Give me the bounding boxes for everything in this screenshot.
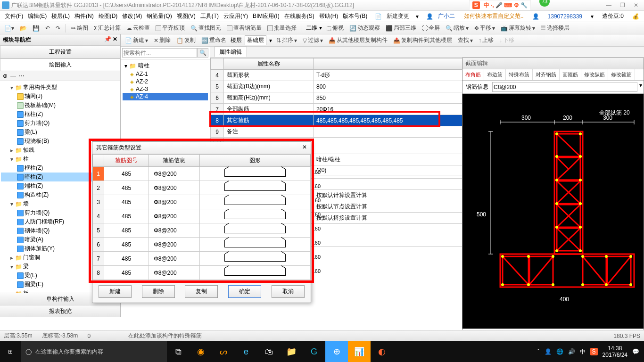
taskbar-app-4[interactable]: ⊕ (325, 341, 348, 362)
component-item[interactable]: ◈ AZ-2 (123, 78, 208, 85)
tool-viewrebar[interactable]: 查看钢筋量 (225, 23, 263, 33)
tray-sogou-icon[interactable]: S (590, 348, 598, 355)
col-stirrup-code[interactable]: 箍筋图号 (104, 155, 149, 167)
tree-item[interactable]: 框柱(Z) (1, 110, 119, 119)
tray-ime[interactable]: 中 (580, 348, 586, 356)
menu-component[interactable]: 构件(N) (73, 11, 96, 21)
tree-item[interactable]: ▾📁 常用构件类型 (1, 83, 119, 92)
tool-zoom[interactable]: 🔍 缩放 ▾ (444, 23, 470, 33)
btn-filter[interactable]: ▽ 过滤 ▾ (301, 35, 324, 45)
section-tab-modlong[interactable]: 修改纵筋 (581, 69, 608, 80)
dialog-new-button[interactable]: 新建 (99, 285, 132, 298)
section-tab-corner[interactable]: 布角筋 (462, 69, 484, 80)
tool-open-icon[interactable]: 📂 (18, 24, 28, 33)
dialog-close-button[interactable]: ✕ (302, 144, 307, 152)
stirrup-row[interactable]: 2485Φ8@200160 (93, 181, 311, 195)
taskbar-app-2[interactable]: ᔕ (212, 341, 235, 362)
tray-network-icon[interactable]: 🌐 (556, 348, 563, 355)
tray-people-icon[interactable]: 👤 (545, 348, 552, 355)
stirrup-row[interactable]: 5485Φ8@200160 (93, 223, 311, 238)
tab-project-settings[interactable]: 工程设置 (0, 46, 120, 58)
taskbar-app-1[interactable]: ◉ (190, 341, 212, 362)
stirrup-row[interactable]: 1485Φ8@200160 (93, 167, 311, 181)
menu-rebar[interactable]: 钢筋量(Q) (145, 11, 173, 21)
dialog-ok-button[interactable]: 确定 (228, 285, 261, 298)
tree-item[interactable]: 筏板基础(M) (1, 101, 119, 110)
system-tray[interactable]: ˄ 👤 🌐 🔊 中 S 14:38 2017/6/24 💬 (532, 345, 644, 359)
taskbar-app-6[interactable]: ◐ (371, 341, 393, 362)
menu-draw[interactable]: 绘图(D) (97, 11, 120, 21)
taskbar-app-5[interactable]: 📊 (348, 341, 371, 362)
tool-batchsel[interactable]: 批量选择 (266, 23, 298, 33)
menu-online[interactable]: 在线服务(S) (282, 11, 316, 21)
tool-pan[interactable]: ✥ 平移 ▾ (473, 23, 496, 33)
view-mode-combo[interactable]: 二维 ▾ (306, 24, 322, 32)
current-user[interactable]: 广小二 (436, 11, 457, 21)
btn-rename[interactable]: 🔤 重命名 (200, 35, 228, 45)
tool-find[interactable]: 🔍 查找图元 (189, 23, 223, 33)
tool-selfloor[interactable]: ☰ 选择楼层 (539, 23, 571, 33)
tray-up-icon[interactable]: ˄ (537, 348, 540, 355)
rebar-info-input[interactable] (492, 82, 637, 92)
tool-draw[interactable]: ✏ 绘图 (70, 23, 90, 33)
menu-file[interactable]: 文件(F) (3, 11, 25, 21)
stirrup-row[interactable]: 7485Φ8@200160 (93, 252, 311, 266)
tree-item[interactable]: 剪力墙(Q) (1, 119, 119, 128)
tool-screenrot[interactable]: 📺 屏幕旋转 ▾ (499, 23, 537, 33)
btn-copyto[interactable]: 📤 复制构件到其他楼层 (392, 35, 454, 45)
nav-pin-icon[interactable]: 📌 ✕ (104, 36, 117, 44)
menu-floor[interactable]: 楼层(L) (50, 11, 72, 21)
menu-version[interactable]: 版本号(B) (341, 11, 369, 21)
tool-save-icon[interactable]: 💾 (31, 24, 41, 33)
btn-copyfrom[interactable]: 📥 从其他楼层复制构件 (327, 35, 389, 45)
tree-item[interactable]: 梁(L) (1, 128, 119, 137)
tool-orbit[interactable]: 🔄 动态观察 (348, 23, 381, 33)
tool-local3d[interactable]: ⬛ 局部三维 (384, 23, 418, 33)
section-tab-modstir[interactable]: 修改箍筋 (608, 69, 635, 80)
section-canvas[interactable]: 300 200 300 500 400 全部纵筋 20 (462, 94, 644, 329)
tray-notifications-icon[interactable]: 💬 (632, 348, 639, 355)
minimize-button[interactable]: — (606, 2, 611, 8)
stirrup-row[interactable]: 6485Φ8@200160 (93, 238, 311, 252)
section-tab-drawstir[interactable]: 画箍筋 (560, 69, 581, 80)
property-tab[interactable]: 属性编辑 (214, 47, 247, 57)
edge-icon[interactable]: e (235, 341, 257, 362)
store-icon[interactable]: 🛍 (257, 341, 280, 362)
component-search-input[interactable] (122, 48, 197, 58)
explorer-icon[interactable]: 📁 (280, 341, 303, 362)
menu-modify[interactable]: 修改(M) (120, 11, 144, 21)
tool-fullscreen[interactable]: ⛶ 全屏 (421, 23, 441, 33)
taskbar-app-3[interactable]: G (303, 341, 325, 362)
component-item[interactable]: ◈ AZ-3 (123, 85, 208, 93)
dialog-delete-button[interactable]: 删除 (142, 285, 175, 298)
task-view-icon[interactable]: ⧉ (167, 341, 190, 362)
menu-help[interactable]: 帮助(H) (317, 11, 340, 21)
menu-tools[interactable]: 工具(T) (198, 11, 221, 21)
nav-expand-icon[interactable]: ⊕ (3, 73, 8, 79)
close-button[interactable]: ✕ (634, 2, 638, 8)
tool-sum[interactable]: Σ 汇总计算 (92, 23, 122, 33)
col-stirrup-shape[interactable]: 图形 (199, 155, 310, 167)
start-button[interactable]: ⊞ (0, 341, 21, 362)
stirrup-row[interactable]: 4485Φ8@200160 (93, 209, 311, 223)
tool-undo-icon[interactable]: ↶ (44, 24, 51, 33)
btn-moveup[interactable]: ↑ 上移 (477, 35, 495, 45)
btn-delete[interactable]: ✕ 删除 (152, 35, 172, 45)
tree-item[interactable]: 轴网(J) (1, 92, 119, 101)
tab-draw-input[interactable]: 绘图输入 (0, 58, 120, 71)
component-search-button[interactable]: 🔍 (197, 48, 208, 58)
tray-clock[interactable]: 14:38 2017/6/24 (603, 345, 627, 359)
section-tab-edge[interactable]: 布边筋 (484, 69, 506, 80)
tool-cloudcheck[interactable]: ☁ 云检查 (125, 23, 151, 33)
nav-collapse-icon[interactable]: — (10, 73, 16, 79)
menu-newchange[interactable]: 新建变更 (385, 11, 411, 21)
faq-link[interactable]: 如何快速布置自定义范.. (462, 11, 526, 21)
stirrup-table[interactable]: 箍筋图号箍筋信息图形 1485Φ8@2001602485Φ8@200160348… (92, 154, 311, 280)
btn-new[interactable]: 📄 新建 ▾ (124, 35, 149, 45)
stirrup-row[interactable]: 8485Φ8@200160 (93, 266, 311, 280)
report-preview[interactable]: 报表预览 (0, 305, 120, 317)
floor-combo[interactable]: 基础层 (245, 35, 266, 45)
tray-volume-icon[interactable]: 🔊 (568, 348, 575, 355)
dialog-cancel-button[interactable]: 取消 (272, 285, 305, 298)
menu-view[interactable]: 视图(V) (175, 11, 198, 21)
